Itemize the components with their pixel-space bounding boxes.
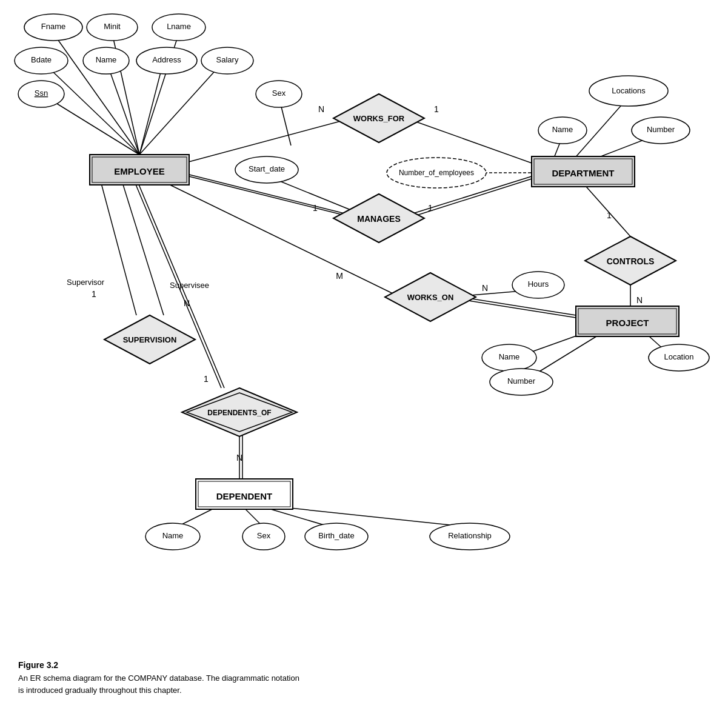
supervisee-label: Supervisee [170,281,209,290]
svg-line-29 [100,179,136,315]
works-on-m: M [336,271,343,281]
supervisor-label: Supervisor [67,278,105,287]
svg-line-23 [461,297,576,315]
location-attr: Location [664,352,693,361]
dept-name-attr: Name [552,125,573,134]
wf-n-label: N [318,104,324,114]
manages-1-emp: 1 [313,203,318,213]
controls-label: CONTROLS [607,256,655,266]
bdate-attr: Bdate [31,55,52,64]
locations-attr: Locations [612,86,646,95]
figure-caption: Figure 3.2 An ER schema diagram for the … [18,660,442,696]
start-date-attr: Start_date [249,164,285,173]
dept-number-attr: Number [647,125,675,134]
supervision-n: N [184,298,190,308]
svg-line-10 [406,118,533,164]
sex-emp-attr: Sex [272,89,286,98]
supervision-1: 1 [92,289,96,299]
svg-line-6 [139,61,224,155]
emp-name-attr: Name [96,55,117,64]
svg-line-4 [106,61,139,155]
dep-of-n: N [236,453,242,463]
works-for-label: WORKS_FOR [353,114,405,123]
manages-1-dept: 1 [428,203,433,213]
employee-label: EMPLOYEE [114,166,164,176]
department-label: DEPARTMENT [552,168,614,178]
caption-title: Figure 3.2 [18,660,442,670]
svg-line-30 [121,179,164,315]
er-diagram-container: EMPLOYEE DEPARTMENT PROJECT DEPENDENT WO… [0,0,728,655]
proj-name-attr: Name [499,352,520,361]
svg-line-38 [273,506,473,527]
caption-text: An ER schema diagram for the COMPANY dat… [18,672,442,696]
works-on-n: N [482,283,488,293]
dependents-of-label: DEPENDENTS_OF [207,409,271,417]
controls-n-label: N [636,295,643,305]
dep-sex-attr: Sex [257,531,271,540]
lname-attr: Lname [167,22,191,31]
birth-date-attr: Birth_date [318,531,354,540]
svg-line-24 [461,299,576,318]
address-attr: Address [152,55,181,64]
dependent-label: DEPENDENT [216,491,273,501]
svg-line-3 [41,61,139,155]
project-label: PROJECT [606,318,649,328]
minit-attr: Minit [104,22,121,31]
works-on-label: WORKS_ON [407,293,454,302]
fname-attr: Fname [41,22,65,31]
salary-attr: Salary [216,55,239,64]
relationship-attr: Relationship [448,531,492,540]
dep-name-attr: Name [162,531,184,540]
hours-attr: Hours [528,279,549,289]
controls-1-label: 1 [607,210,612,220]
proj-number-attr: Number [507,376,536,386]
num-employees-attr: Number_of_employees [399,169,474,177]
wf-1-label: 1 [434,104,439,114]
supervision-label: SUPERVISION [123,335,177,344]
ssn-attr: Ssn [35,89,48,98]
manages-label: MANAGES [357,214,401,224]
dep-of-1: 1 [204,374,209,384]
er-diagram-svg: EMPLOYEE DEPARTMENT PROJECT DEPENDENT WO… [0,0,728,655]
svg-line-20 [582,182,630,236]
